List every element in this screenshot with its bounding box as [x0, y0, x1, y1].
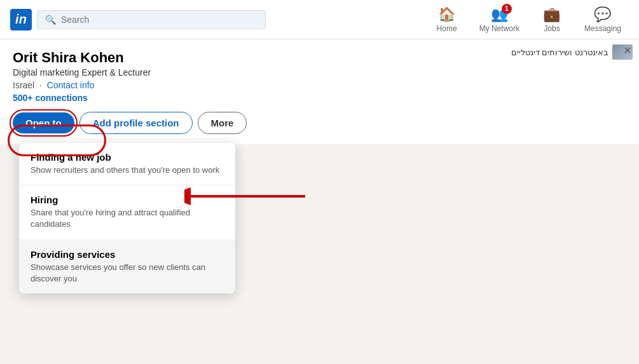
search-input[interactable] — [61, 15, 258, 25]
nav-item-home[interactable]: 🏠 Home — [425, 3, 469, 37]
open-to-dropdown: Finding a new job Show recruiters and ot… — [19, 143, 235, 293]
add-profile-section-button[interactable]: Add profile section — [79, 112, 193, 134]
dropdown-item-providing-services[interactable]: Providing services Showcase services you… — [19, 240, 235, 293]
open-to-button[interactable]: Open to — [13, 112, 74, 133]
connections-count[interactable]: 500+ connections — [13, 93, 626, 103]
hebrew-text: באינטרנט ושירותים דיגטליים — [511, 48, 608, 57]
linkedin-logo[interactable]: in — [10, 9, 32, 30]
nav-item-my-network[interactable]: 👥 1 My Network — [472, 3, 527, 37]
close-button[interactable]: × — [624, 43, 631, 58]
finding-job-desc: Show recruiters and others that you're o… — [31, 165, 224, 176]
profile-location: Israel · Contact info — [13, 80, 626, 90]
home-icon: 🏠 — [438, 6, 455, 23]
search-icon: 🔍 — [45, 15, 56, 25]
nav-label-messaging: Messaging — [584, 24, 621, 33]
my-network-badge: 1 — [502, 4, 512, 14]
providing-services-desc: Showcase services you offer so new clien… — [31, 262, 224, 285]
finding-job-title: Finding a new job — [31, 152, 224, 163]
red-arrow-annotation — [184, 179, 312, 217]
navbar: in 🔍 🏠 Home 👥 1 My Network 💼 Jobs 💬 Mess… — [0, 0, 639, 39]
messaging-icon: 💬 — [594, 6, 611, 23]
more-button[interactable]: More — [198, 112, 247, 134]
jobs-icon: 💼 — [543, 6, 560, 23]
nav-label-jobs: Jobs — [544, 24, 560, 33]
providing-services-title: Providing services — [31, 249, 224, 260]
contact-info-link[interactable]: Contact info — [47, 80, 95, 90]
nav-item-jobs[interactable]: 💼 Jobs — [530, 3, 574, 37]
hebrew-section: באינטרנט ושירותים דיגטליים — [511, 44, 633, 60]
search-bar[interactable]: 🔍 — [37, 10, 266, 29]
action-buttons: Open to Add profile section More — [13, 112, 626, 134]
nav-items: 🏠 Home 👥 1 My Network 💼 Jobs 💬 Messaging — [425, 3, 629, 37]
nav-label-my-network: My Network — [479, 24, 519, 33]
nav-label-home: Home — [437, 24, 457, 33]
my-network-icon: 👥 1 — [491, 6, 508, 23]
profile-title: Digital marketing Expert & Lecturer — [13, 67, 626, 78]
nav-item-messaging[interactable]: 💬 Messaging — [577, 3, 629, 37]
